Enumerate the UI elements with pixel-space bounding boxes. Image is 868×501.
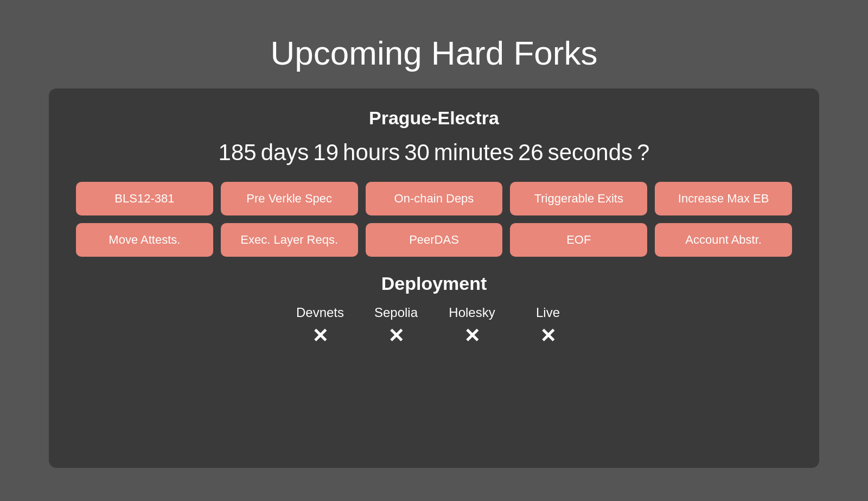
seconds-number: 26 — [518, 139, 544, 166]
feature-move-attests[interactable]: Move Attests. — [76, 223, 213, 257]
feature-account-abstr[interactable]: Account Abstr. — [655, 223, 792, 257]
feature-peerdas[interactable]: PeerDAS — [366, 223, 503, 257]
countdown: 185 days 19 hours 30 minutes 26 seconds … — [219, 139, 650, 166]
fork-name: Prague-Electra — [369, 107, 499, 129]
feature-pre-verkle-spec[interactable]: Pre Verkle Spec — [221, 182, 358, 215]
header-devnets: Devnets — [293, 305, 347, 320]
feature-increase-max-eb[interactable]: Increase Max EB — [655, 182, 792, 215]
inner-container: Prague-Electra 185 days 19 hours 30 minu… — [49, 88, 819, 468]
page-title: Upcoming Hard Forks — [271, 34, 598, 72]
value-holesky: ✕ — [445, 325, 499, 347]
deployment-table: Devnets Sepolia Holesky Live ✕ ✕ ✕ ✕ — [293, 305, 575, 347]
header-sepolia: Sepolia — [369, 305, 423, 320]
features-grid: BLS12-381 Pre Verkle Spec On-chain Deps … — [76, 182, 792, 257]
deployment-title: Deployment — [381, 273, 487, 294]
feature-exec-layer-reqs[interactable]: Exec. Layer Reqs. — [221, 223, 358, 257]
feature-triggerable-exits[interactable]: Triggerable Exits — [510, 182, 647, 215]
days-label: days — [261, 139, 309, 166]
hours-label: hours — [343, 139, 400, 166]
value-live: ✕ — [521, 325, 575, 347]
header-holesky: Holesky — [445, 305, 499, 320]
seconds-label: seconds — [548, 139, 633, 166]
feature-eof[interactable]: EOF — [510, 223, 647, 257]
days-number: 185 — [219, 139, 257, 166]
deployment-values: ✕ ✕ ✕ ✕ — [293, 325, 575, 347]
header-live: Live — [521, 305, 575, 320]
minutes-number: 30 — [404, 139, 430, 166]
outer-container: Upcoming Hard Forks Prague-Electra 185 d… — [27, 17, 841, 484]
deployment-headers: Devnets Sepolia Holesky Live — [293, 305, 575, 320]
value-devnets: ✕ — [293, 325, 347, 347]
value-sepolia: ✕ — [369, 325, 423, 347]
feature-bls12-381[interactable]: BLS12-381 — [76, 182, 213, 215]
minutes-label: minutes — [434, 139, 514, 166]
deployment-section: Deployment Devnets Sepolia Holesky Live … — [76, 273, 792, 347]
question-mark: ? — [637, 139, 649, 166]
feature-on-chain-deps[interactable]: On-chain Deps — [366, 182, 503, 215]
hours-number: 19 — [313, 139, 339, 166]
